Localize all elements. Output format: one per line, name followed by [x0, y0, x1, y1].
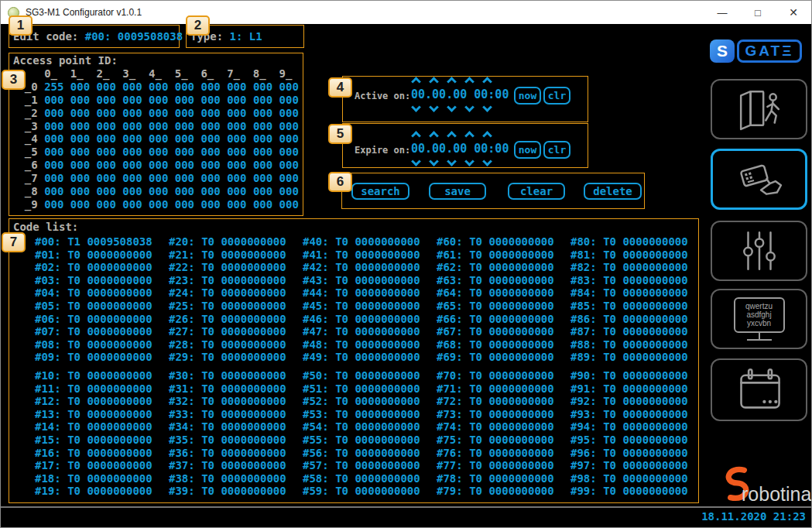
code-list-entry[interactable]: #32: T0 0000000000 [169, 395, 286, 408]
code-list-entry[interactable]: #71: T0 0000000000 [437, 382, 554, 396]
spin-down-icon[interactable] [429, 102, 439, 112]
code-list-entry[interactable]: #03: T0 0000000000 [35, 274, 152, 287]
access-cell[interactable]: 000 [221, 146, 247, 158]
access-cell[interactable]: 000 [63, 132, 90, 145]
access-cell[interactable]: 000 [272, 198, 299, 211]
code-list-entry[interactable]: #16: T0 0000000000 [35, 447, 152, 460]
minimize-icon[interactable]: — [704, 1, 740, 24]
spin-up-icon[interactable] [464, 131, 475, 141]
access-cell[interactable]: 000 [194, 132, 221, 145]
access-cell[interactable]: 000 [38, 172, 64, 184]
access-cell[interactable]: 000 [38, 120, 64, 132]
expire-on-value[interactable]: 00.00.00 00:00 [411, 142, 509, 156]
code-list-entry[interactable]: #08: T0 0000000000 [35, 338, 152, 351]
code-list-entry[interactable]: #41: T0 0000000000 [303, 249, 420, 262]
code-list-entry[interactable]: #53: T0 0000000000 [303, 408, 420, 421]
access-cell[interactable]: 000 [90, 107, 116, 119]
access-cell[interactable]: 000 [116, 185, 142, 197]
code-list-entry[interactable]: #68: T0 0000000000 [437, 338, 554, 351]
access-cell[interactable]: 000 [142, 146, 169, 158]
access-cell[interactable]: 000 [194, 198, 221, 211]
code-list-entry[interactable]: #38: T0 0000000000 [169, 472, 286, 485]
access-cell[interactable]: 000 [90, 94, 116, 106]
code-list-entry[interactable]: #31: T0 0000000000 [169, 382, 286, 396]
access-cell[interactable]: 000 [116, 172, 142, 184]
code-list-entry[interactable]: #35: T0 0000000000 [169, 434, 286, 447]
access-cell[interactable]: 000 [142, 107, 169, 119]
access-cell[interactable]: 000 [168, 172, 194, 184]
code-list-entry[interactable]: #85: T0 0000000000 [570, 300, 688, 313]
access-cell[interactable]: 000 [116, 94, 142, 106]
code-list-entry[interactable]: #49: T0 0000000000 [303, 351, 420, 364]
access-cell[interactable]: 000 [246, 185, 272, 197]
code-list-entry[interactable]: #82: T0 0000000000 [570, 261, 688, 274]
access-cell[interactable]: 000 [38, 159, 64, 171]
code-list-entry[interactable]: #56: T0 0000000000 [303, 447, 420, 460]
spin-down-icon[interactable] [447, 156, 457, 166]
access-cell[interactable]: 000 [221, 120, 247, 132]
code-list-entry[interactable]: #77: T0 0000000000 [437, 459, 554, 472]
clear-button[interactable]: clear [508, 183, 565, 200]
access-cell[interactable]: 000 [63, 198, 90, 211]
code-list-entry[interactable]: #05: T0 0000000000 [35, 300, 152, 313]
code-list-entry[interactable]: #25: T0 0000000000 [169, 300, 286, 313]
code-list-entry[interactable]: #80: T0 0000000000 [570, 235, 688, 249]
access-cell[interactable]: 000 [168, 132, 194, 145]
code-list-entry[interactable]: #54: T0 0000000000 [303, 420, 420, 434]
code-list-entry[interactable]: #63: T0 0000000000 [437, 274, 554, 287]
access-cell[interactable]: 000 [272, 132, 299, 145]
code-list-entry[interactable]: #39: T0 0000000000 [169, 485, 286, 498]
access-cell[interactable]: 000 [116, 159, 142, 171]
access-cell[interactable]: 000 [38, 198, 64, 211]
access-cell[interactable]: 000 [63, 120, 90, 132]
active-on-value[interactable]: 00.00.00 00:00 [411, 87, 509, 101]
access-cell[interactable]: 000 [116, 146, 142, 158]
code-list-entry[interactable]: #92: T0 0000000000 [570, 395, 688, 408]
sidebar-button-keyboard-codes[interactable]: qwertzu asdfghj yxcvbn [711, 289, 807, 349]
code-list-entry[interactable]: #55: T0 0000000000 [303, 434, 420, 447]
sidebar-button-io-settings[interactable] [711, 221, 807, 281]
search-button[interactable]: search [351, 183, 409, 200]
code-list-entry[interactable]: #67: T0 0000000000 [437, 325, 554, 338]
code-list-entry[interactable]: #44: T0 0000000000 [303, 286, 420, 300]
spin-up-icon[interactable] [482, 77, 492, 87]
code-list-entry[interactable]: #06: T0 0000000000 [35, 313, 152, 326]
access-cell[interactable]: 000 [90, 159, 116, 171]
access-cell[interactable]: 000 [272, 94, 299, 106]
code-list-entry[interactable]: #24: T0 0000000000 [169, 286, 286, 300]
access-cell[interactable]: 000 [38, 146, 64, 158]
access-cell[interactable]: 000 [272, 172, 299, 184]
code-list-entry[interactable]: #59: T0 0000000000 [303, 485, 420, 498]
code-list-entry[interactable]: #18: T0 0000000000 [35, 472, 152, 485]
spin-up-icon[interactable] [429, 131, 439, 141]
code-list-entry[interactable]: #84: T0 0000000000 [570, 286, 688, 300]
access-cell[interactable]: 000 [63, 159, 90, 171]
code-list-entry[interactable]: #96: T0 0000000000 [570, 447, 688, 460]
access-cell[interactable]: 000 [246, 172, 272, 184]
active-now-button[interactable]: now [514, 87, 541, 105]
access-cell[interactable]: 000 [194, 159, 221, 171]
code-list-entry[interactable]: #46: T0 0000000000 [303, 313, 420, 326]
access-cell[interactable]: 000 [142, 81, 169, 93]
access-cell[interactable]: 000 [246, 81, 272, 93]
access-cell[interactable]: 000 [38, 185, 64, 197]
code-list-entry[interactable]: #58: T0 0000000000 [303, 472, 420, 485]
access-cell[interactable]: 000 [168, 159, 194, 171]
code-list-entry[interactable]: #66: T0 0000000000 [437, 313, 554, 326]
access-cell[interactable]: 000 [246, 120, 272, 132]
code-list-entry[interactable]: #64: T0 0000000000 [437, 286, 554, 300]
maximize-icon[interactable]: □ [740, 1, 776, 24]
code-list-entry[interactable]: #65: T0 0000000000 [437, 300, 554, 313]
spin-down-icon[interactable] [482, 102, 492, 112]
code-list-entry[interactable]: #70: T0 0000000000 [437, 369, 554, 382]
code-list-entry[interactable]: #12: T0 0000000000 [35, 395, 152, 408]
code-list-entry[interactable]: #69: T0 0000000000 [437, 351, 554, 364]
access-cell[interactable]: 000 [116, 81, 142, 93]
code-list-entry[interactable]: #09: T0 0000000000 [35, 351, 152, 364]
code-list-entry[interactable]: #14: T0 0000000000 [35, 420, 152, 434]
code-list-entry[interactable]: #52: T0 0000000000 [303, 395, 420, 408]
access-cell[interactable]: 000 [38, 94, 64, 106]
access-cell[interactable]: 000 [142, 198, 169, 211]
access-cell[interactable]: 000 [246, 159, 272, 171]
spin-down-icon[interactable] [464, 156, 475, 166]
